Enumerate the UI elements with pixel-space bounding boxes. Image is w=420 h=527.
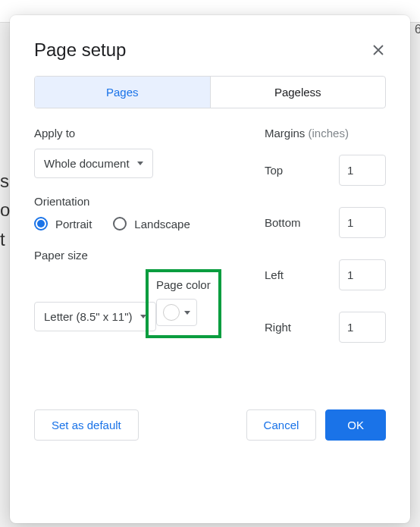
page-color-label: Page color [156,278,211,291]
margin-left-input[interactable] [339,259,386,290]
orientation-landscape[interactable]: Landscape [113,217,190,231]
set-default-button[interactable]: Set as default [34,409,139,441]
apply-to-label: Apply to [34,127,234,140]
dialog-header: Page setup [34,39,386,61]
paper-size-label: Paper size [34,249,234,262]
orientation-portrait[interactable]: Portrait [34,217,92,231]
margin-top-input[interactable] [339,155,386,186]
margins-unit: (inches) [309,127,349,140]
margin-left-label: Left [265,268,284,281]
margin-bottom-input[interactable] [339,207,386,238]
color-swatch-icon [163,304,180,321]
orientation-label: Orientation [34,195,234,208]
margin-top-label: Top [265,164,283,177]
ok-button[interactable]: OK [325,409,386,441]
close-icon[interactable] [371,42,386,58]
page-color-picker[interactable] [156,299,197,326]
radio-icon [34,217,48,231]
landscape-label: Landscape [134,218,190,231]
margin-top-row: Top [265,155,386,186]
radio-icon [113,217,127,231]
apply-to-dropdown[interactable]: Whole document [34,149,153,178]
margin-bottom-label: Bottom [265,216,301,229]
margin-right-input[interactable] [339,312,386,343]
dialog-title: Page setup [34,39,126,61]
paper-size-dropdown[interactable]: Letter (8.5" x 11") [34,302,156,331]
ruler-number: 6 [415,23,420,36]
chevron-down-icon [184,311,190,315]
margin-bottom-row: Bottom [265,207,386,238]
page-setup-dialog: Page setup Pages Pageless Apply to Whole… [10,15,410,523]
tab-pageless[interactable]: Pageless [211,77,386,108]
page-color-highlight: Page color [146,269,221,338]
chevron-down-icon [137,162,143,165]
tab-pages[interactable]: Pages [35,77,211,108]
margin-right-row: Right [265,312,386,343]
margins-label: Margins (inches) [265,127,386,140]
paper-size-value: Letter (8.5" x 11") [44,310,133,323]
margin-left-row: Left [265,259,386,290]
orientation-radio-group: Portrait Landscape [34,217,234,231]
portrait-label: Portrait [55,218,92,231]
dialog-footer: Set as default Cancel OK [34,409,386,441]
margin-right-label: Right [265,321,291,334]
cancel-button[interactable]: Cancel [246,409,317,441]
apply-to-value: Whole document [44,157,130,170]
tabs: Pages Pageless [34,76,386,108]
